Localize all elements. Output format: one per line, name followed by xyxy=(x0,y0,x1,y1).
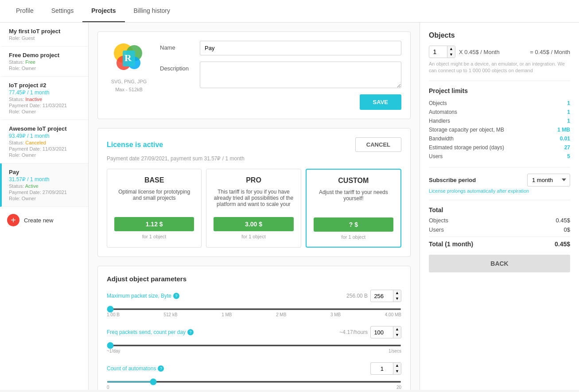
project-role: Role: Owner xyxy=(9,66,81,71)
automatons-up-btn[interactable]: ▲ xyxy=(393,363,401,369)
sidebar-item-pay[interactable]: Pay 31.57₽ / 1 month Status: Active Paym… xyxy=(0,163,88,207)
limit-row-objects: Objects 1 xyxy=(429,99,570,108)
create-new-button[interactable]: + Create new xyxy=(0,207,88,233)
project-price: 93.49₽ / 1 month xyxy=(9,133,81,139)
subscribe-select[interactable]: 1 month 3 months 6 months 12 months xyxy=(527,174,570,186)
description-label: Description xyxy=(160,62,200,72)
freq-value-box: ▲ ▼ xyxy=(370,326,401,338)
automatons-slider[interactable] xyxy=(107,381,401,383)
license-section: License is active CANCEL Payment date 27… xyxy=(97,128,411,257)
param-automatons-right: ▲ ▼ xyxy=(370,362,401,375)
obj-count-input[interactable] xyxy=(429,47,447,57)
project-role: Role: Owner xyxy=(9,152,81,158)
packet-size-spinners: ▲ ▼ xyxy=(393,290,401,302)
project-role: Role: Owner xyxy=(9,196,81,201)
plan-base-per: for 1 object xyxy=(114,234,194,239)
project-payment-date: Payment Date: 11/03/2021 xyxy=(9,103,81,108)
plan-base-price-btn[interactable]: 1.12 $ xyxy=(114,217,194,231)
project-logo[interactable]: R xyxy=(111,41,147,76)
project-status: Status: Free xyxy=(9,59,81,65)
limit-value: 1 xyxy=(550,108,570,116)
tab-billing-history[interactable]: Billing history xyxy=(125,0,179,22)
sidebar-item-my-first-iot[interactable]: My first IoT project Role: Guest xyxy=(0,23,88,47)
tab-settings[interactable]: Settings xyxy=(43,0,83,22)
freq-up-btn[interactable]: ▲ xyxy=(393,326,401,332)
license-active-label: License is active xyxy=(107,141,163,149)
limit-row-storage: Storage capacity per object, MB 1 MB xyxy=(429,125,570,134)
name-input[interactable] xyxy=(200,41,401,55)
license-header: License is active CANCEL xyxy=(107,137,401,152)
total-title: Total xyxy=(429,206,570,213)
plan-base[interactable]: BASE Optimal license for prototyping and… xyxy=(107,169,202,248)
main-layout: My first IoT project Role: Guest Free De… xyxy=(0,23,579,390)
back-button[interactable]: BACK xyxy=(429,255,570,272)
description-input[interactable] xyxy=(200,62,401,88)
limits-title: Project limits xyxy=(429,87,570,94)
limit-value: 5 xyxy=(550,152,570,161)
param-freq-packets: Freq packets send, count per day ? ~4.17… xyxy=(107,326,401,353)
packet-size-help-icon[interactable]: ? xyxy=(173,293,179,299)
freq-slider[interactable] xyxy=(107,345,401,346)
limits-table: Objects 1 Automatons 1 Handlers 1 Storag… xyxy=(429,99,570,161)
limit-value: 1 xyxy=(550,116,570,125)
plan-base-title: BASE xyxy=(114,176,194,184)
adjust-section: Adjust object parameters Maximum packet … xyxy=(97,266,411,390)
cancel-button[interactable]: CANCEL xyxy=(355,137,401,152)
freq-help-icon[interactable]: ? xyxy=(187,329,194,335)
plan-base-desc: Optimal license for prototyping and smal… xyxy=(114,189,194,211)
param-freq-label: Freq packets send, count per day ? xyxy=(107,329,194,335)
tab-projects[interactable]: Projects xyxy=(82,0,124,22)
freq-input[interactable] xyxy=(371,327,393,338)
plan-custom-price-btn[interactable]: ? $ xyxy=(314,217,393,232)
divider-2 xyxy=(429,167,570,167)
total-objects-val: 0.45$ xyxy=(556,217,570,224)
obj-up-btn[interactable]: ▲ xyxy=(447,46,455,52)
total-final-row: Total (1 month) 0.45$ xyxy=(429,237,570,248)
automatons-input[interactable] xyxy=(371,364,393,374)
plan-custom[interactable]: CUSTOM Adjust the tariff to your needs y… xyxy=(306,169,401,248)
freq-hint-val: ~4.17/hours xyxy=(339,329,368,335)
plan-pro-price-btn[interactable]: 3.00 $ xyxy=(214,217,293,231)
packet-size-up-btn[interactable]: ▲ xyxy=(393,290,401,296)
limit-label: Automatons xyxy=(429,108,550,116)
sidebar-item-iot2[interactable]: IoT project #2 77.45₽ / 1 month Status: … xyxy=(0,77,88,120)
packet-size-down-btn[interactable]: ▼ xyxy=(393,296,401,302)
create-new-label: Create new xyxy=(24,217,53,224)
save-button[interactable]: SAVE xyxy=(360,94,401,110)
limit-row-handlers: Handlers 1 xyxy=(429,116,570,125)
limit-row-storage-period: Estimated storage period (days) 27 xyxy=(429,143,570,152)
limit-label: Storage capacity per object, MB xyxy=(429,125,550,134)
automatons-help-icon[interactable]: ? xyxy=(158,365,164,372)
total-users-val: 0$ xyxy=(564,226,570,233)
packet-size-hint-val: 256.00 B xyxy=(346,293,368,299)
limit-value: 1 xyxy=(550,99,570,108)
plan-pro-title: PRO xyxy=(214,176,293,184)
param-automatons-header: Count of automatons ? ▲ ▼ xyxy=(107,362,401,375)
packet-size-value-box: ▲ ▼ xyxy=(370,290,401,302)
obj-spinners: ▲ ▼ xyxy=(447,46,455,58)
name-row: Name xyxy=(160,41,401,55)
project-name: Pay xyxy=(9,169,81,175)
plan-pro-desc: This tariff is for you if you have alrea… xyxy=(214,189,293,211)
plan-pro[interactable]: PRO This tariff is for you if you have a… xyxy=(206,169,301,248)
form-fields: Name Description SAVE xyxy=(160,41,401,110)
packet-size-slider[interactable] xyxy=(107,308,401,310)
automatons-down-btn[interactable]: ▼ xyxy=(393,369,401,374)
tab-bar: Profile Settings Projects Billing histor… xyxy=(0,0,579,23)
tab-profile[interactable]: Profile xyxy=(7,0,43,22)
sidebar-item-free-demo[interactable]: Free Demo project Status: Free Role: Own… xyxy=(0,47,88,77)
total-final-val: 0.45$ xyxy=(555,241,570,248)
sidebar-item-awesome-iot[interactable]: Awesome IoT project 93.49₽ / 1 month Sta… xyxy=(0,120,88,163)
logo-area: R SVG, PNG, JPG Max - 512kB xyxy=(107,41,151,92)
description-row: Description xyxy=(160,62,401,88)
param-automatons-label: Count of automatons ? xyxy=(107,365,164,372)
divider-1 xyxy=(429,81,570,81)
obj-down-btn[interactable]: ▼ xyxy=(447,52,455,58)
freq-down-btn[interactable]: ▼ xyxy=(393,332,401,338)
total-users-label: Users xyxy=(429,226,444,233)
param-packet-size: Maximum packet size, Byte ? 256.00 B ▲ ▼ xyxy=(107,290,401,317)
param-packet-size-right: 256.00 B ▲ ▼ xyxy=(346,290,401,302)
param-packet-size-label: Maximum packet size, Byte ? xyxy=(107,293,179,299)
content-area: R SVG, PNG, JPG Max - 512kB Name Descrip… xyxy=(89,23,420,390)
packet-size-input[interactable] xyxy=(371,291,393,301)
